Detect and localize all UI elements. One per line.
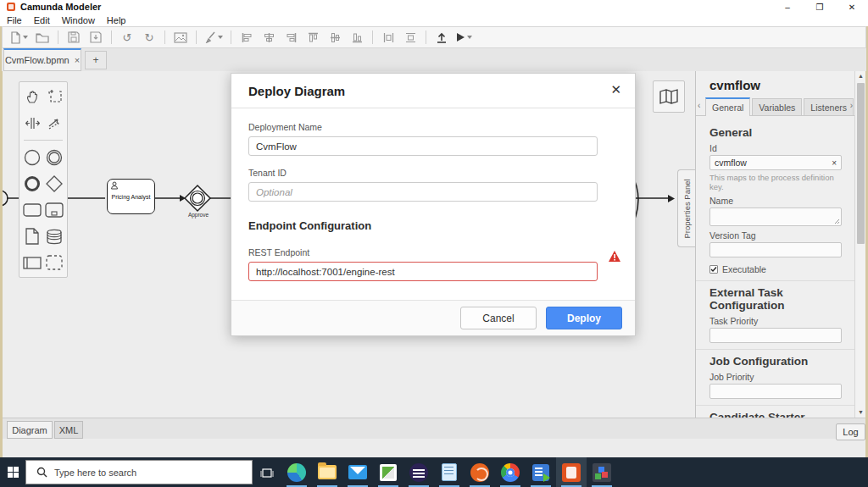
screen: Camunda Modeler – ❐ ✕ File Edit Window H…	[0, 0, 868, 487]
task-view-button[interactable]	[253, 457, 281, 487]
align-center-button[interactable]	[259, 28, 279, 47]
menubar: File Edit Window Help	[0, 14, 868, 26]
endpoint-configuration-heading: Endpoint Configuration	[248, 219, 598, 232]
space-tool[interactable]	[22, 113, 42, 133]
export-image-button[interactable]	[170, 28, 191, 47]
taskbar-database-tool[interactable]	[526, 457, 556, 487]
save-button[interactable]	[64, 28, 84, 47]
tab-listeners[interactable]: Listeners	[804, 98, 854, 115]
create-group[interactable]	[44, 252, 64, 273]
taskbar-file-explorer[interactable]	[312, 457, 342, 487]
executable-checkbox[interactable]	[709, 265, 718, 274]
text-editor-icon	[380, 464, 397, 481]
tabs-scroll-left-icon[interactable]: ‹	[698, 101, 700, 110]
rest-endpoint-input[interactable]	[248, 262, 598, 281]
create-subprocess[interactable]	[44, 200, 64, 220]
distribute-horizontal-button[interactable]	[378, 28, 398, 47]
job-priority-input[interactable]	[709, 384, 842, 399]
taskbar-search[interactable]: Type here to search	[25, 460, 253, 484]
name-label: Name	[709, 196, 844, 206]
start-instance-button[interactable]	[453, 28, 475, 47]
tab-cvmflow-bpmn[interactable]: CvmFlow.bpmn ×	[3, 48, 81, 71]
scrollbar-thumb[interactable]	[857, 83, 865, 244]
create-data-object[interactable]	[22, 226, 42, 246]
hand-tool[interactable]	[22, 86, 42, 107]
create-end-event[interactable]	[22, 174, 42, 194]
save-as-button[interactable]	[86, 28, 106, 47]
name-textarea[interactable]	[709, 208, 842, 226]
deploy-button-toolbar[interactable]	[431, 28, 452, 47]
toolbar-separator	[58, 30, 58, 44]
id-input[interactable]: cvmflow ×	[709, 155, 842, 170]
set-color-button[interactable]	[202, 28, 225, 47]
window-title: Camunda Modeler	[20, 2, 101, 12]
taskbar-chrome[interactable]	[495, 457, 526, 487]
window-edge	[0, 71, 3, 457]
taskbar-edge[interactable]	[281, 457, 312, 487]
align-left-button[interactable]	[236, 28, 257, 47]
menu-help[interactable]: Help	[107, 15, 126, 25]
menu-window[interactable]: Window	[62, 15, 95, 25]
taskbar-camunda-modeler[interactable]	[556, 457, 587, 487]
bpmn-task-pricing-analyst[interactable]: Pricing Analyst	[107, 179, 155, 214]
distribute-vertical-button[interactable]	[400, 28, 420, 47]
orange-app-icon	[470, 463, 489, 482]
create-intermediate-event[interactable]	[44, 147, 64, 168]
taskbar-notepad[interactable]	[434, 457, 465, 487]
align-middle-button[interactable]	[325, 28, 345, 47]
create-data-store[interactable]	[44, 226, 64, 246]
taskbar-text-editor[interactable]	[373, 457, 403, 487]
create-task[interactable]	[22, 200, 42, 220]
tenant-id-input[interactable]	[248, 182, 598, 202]
taskbar-eclipse[interactable]	[403, 457, 434, 487]
open-file-button[interactable]	[32, 28, 53, 47]
menu-file[interactable]: File	[7, 15, 22, 25]
create-start-event[interactable]	[22, 147, 42, 168]
minimize-button[interactable]: –	[771, 0, 804, 14]
create-gateway[interactable]	[44, 174, 64, 194]
task-priority-input[interactable]	[709, 328, 842, 343]
taskbar-terminal-app[interactable]	[587, 457, 617, 487]
minimap-toggle-button[interactable]	[653, 80, 685, 113]
deploy-button[interactable]: Deploy	[546, 307, 622, 329]
start-button[interactable]	[0, 457, 25, 487]
toolbar-separator	[164, 30, 165, 44]
deploy-upload-icon	[436, 31, 448, 43]
deployment-name-input[interactable]	[248, 136, 598, 156]
taskbar-mail[interactable]	[342, 457, 373, 487]
undo-button[interactable]: ↺	[117, 28, 137, 47]
tab-close-icon[interactable]: ×	[75, 55, 80, 65]
align-right-button[interactable]	[281, 28, 301, 47]
canvas-area[interactable]: Pricing Analyst Approve Properties Panel…	[0, 71, 868, 418]
new-tab-button[interactable]: +	[85, 51, 107, 69]
status-strip	[0, 439, 868, 457]
taskbar-orange-app[interactable]	[465, 457, 495, 487]
cancel-button[interactable]: Cancel	[460, 307, 537, 329]
log-button[interactable]: Log	[836, 423, 865, 440]
new-file-caret-icon	[23, 36, 28, 39]
modal-close-icon[interactable]: ✕	[610, 82, 621, 97]
version-tag-input[interactable]	[709, 242, 842, 257]
redo-button[interactable]: ↻	[139, 28, 159, 47]
align-top-button[interactable]	[303, 28, 323, 47]
clear-id-icon[interactable]: ×	[832, 158, 837, 168]
new-file-button[interactable]	[8, 28, 31, 47]
id-help-text: This maps to the process definition key.	[709, 173, 844, 191]
lasso-tool[interactable]	[44, 86, 64, 107]
align-bottom-button[interactable]	[347, 28, 367, 47]
global-connect-tool[interactable]	[44, 113, 64, 133]
modal-footer: Cancel Deploy	[231, 300, 635, 335]
properties-panel-toggle[interactable]: Properties Panel	[677, 169, 695, 247]
create-participant[interactable]	[22, 252, 42, 273]
tabs-scroll-right-icon[interactable]: ›	[850, 101, 853, 110]
properties-scrollbar[interactable]: ▲ ▼	[854, 71, 865, 418]
tab-variables[interactable]: Variables	[752, 98, 802, 115]
external-task-heading: External Task Configuration	[709, 286, 844, 312]
close-button[interactable]: ✕	[836, 0, 868, 14]
tab-general[interactable]: General	[705, 97, 750, 116]
menu-edit[interactable]: Edit	[34, 15, 50, 25]
restore-button[interactable]: ❐	[804, 0, 836, 14]
resize-handle-icon[interactable]	[834, 219, 840, 224]
xml-view-tab[interactable]: XML	[54, 421, 83, 439]
diagram-view-tab[interactable]: Diagram	[7, 421, 53, 439]
